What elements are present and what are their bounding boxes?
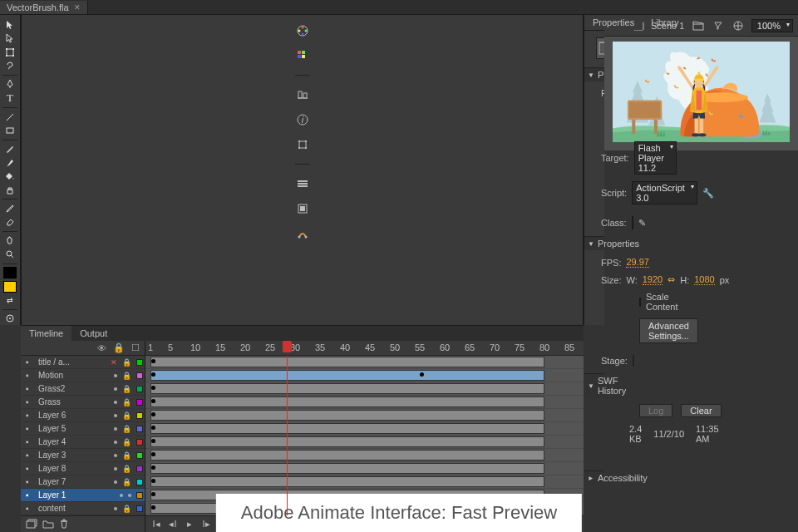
outline-toggle[interactable] (136, 386, 143, 392)
layer-row[interactable]: ▪Layer 3🔒 (21, 449, 145, 462)
width-value[interactable]: 1920 (643, 274, 663, 285)
visibility-toggle[interactable] (114, 414, 117, 417)
height-value[interactable]: 1080 (694, 274, 714, 285)
eraser-tool-icon[interactable] (2, 216, 18, 229)
new-folder-icon[interactable] (42, 519, 54, 530)
outline-toggle[interactable] (136, 399, 143, 406)
layer-row[interactable]: ▪Grass🔒 (21, 396, 145, 409)
layer-row[interactable]: ▪Layer 5🔒 (21, 422, 145, 436)
frame-row[interactable] (145, 409, 584, 422)
step-back-icon[interactable]: ◂I (167, 519, 179, 530)
scale-content-checkbox[interactable] (639, 298, 641, 307)
edit-scene-icon[interactable] (712, 19, 725, 32)
pencil-tool-icon[interactable] (2, 143, 18, 155)
outline-toggle[interactable] (136, 439, 143, 446)
frame-row[interactable] (145, 462, 584, 475)
layer-row[interactable]: ▪Layer 6🔒 (21, 409, 145, 422)
document-tab[interactable]: VectorBrush.fla ✕ (0, 1, 88, 14)
new-layer-icon[interactable] (26, 519, 37, 530)
play-icon[interactable]: ▸ (184, 519, 195, 530)
subselection-tool-icon[interactable] (2, 32, 18, 44)
wrench-icon[interactable]: 🔧 (702, 188, 714, 199)
outline-toggle[interactable] (136, 372, 143, 379)
swatches-panel-icon[interactable] (295, 48, 310, 63)
script-dropdown[interactable]: ActionScript 3.0 (632, 181, 697, 204)
align-panel-icon[interactable] (295, 87, 310, 102)
line-tool-icon[interactable] (2, 111, 18, 123)
eyedropper-tool-icon[interactable] (2, 202, 18, 214)
lock-toggle[interactable]: 🔒 (122, 438, 131, 446)
frame-row[interactable] (145, 356, 584, 369)
fps-value[interactable]: 29.97 (626, 257, 649, 268)
tab-output[interactable]: Output (71, 326, 116, 341)
snap-option-icon[interactable] (2, 313, 18, 325)
lasso-tool-icon[interactable] (2, 59, 18, 71)
frame-row[interactable] (145, 382, 584, 396)
frame-row[interactable] (145, 396, 584, 409)
visibility-toggle[interactable] (114, 454, 117, 457)
pencil-icon[interactable]: ✎ (638, 218, 646, 229)
free-transform-tool-icon[interactable] (2, 46, 18, 58)
outline-toggle[interactable] (136, 412, 143, 419)
close-icon[interactable]: ✕ (74, 3, 81, 12)
tab-properties[interactable]: Properties (584, 15, 643, 30)
outline-toggle[interactable] (136, 492, 143, 499)
lock-toggle[interactable]: 🔒 (122, 465, 131, 473)
frame-row[interactable] (145, 369, 584, 382)
outline-toggle[interactable] (136, 359, 143, 366)
step-forward-icon[interactable]: I▸ (200, 519, 212, 530)
class-input[interactable] (632, 216, 633, 229)
layer-row[interactable]: ▪title / a...✕🔒 (21, 356, 145, 369)
visibility-toggle[interactable] (114, 374, 117, 377)
lock-toggle[interactable]: 🔒 (122, 425, 131, 433)
properties-section-header[interactable]: ▼Properties (584, 236, 604, 250)
lock-toggle[interactable]: 🔒 (122, 478, 131, 486)
transform-panel-icon[interactable] (295, 137, 310, 152)
layer-row[interactable]: ▪Motion🔒 (21, 369, 145, 382)
lock-toggle[interactable]: 🔒 (122, 385, 131, 393)
info-panel-icon[interactable]: i (295, 112, 310, 127)
visibility-toggle[interactable] (114, 480, 117, 484)
lock-toggle[interactable]: 🔒 (122, 372, 131, 380)
link-dimensions-icon[interactable]: ⇔ (667, 274, 675, 285)
frame-row[interactable] (145, 475, 584, 489)
clapperboard-icon[interactable] (692, 19, 705, 32)
brush-tool-icon[interactable] (2, 156, 18, 169)
layer-row[interactable]: ▪Layer 4🔒 (21, 436, 145, 449)
visibility-toggle[interactable] (114, 427, 117, 431)
lock-column-icon[interactable]: 🔒 (113, 342, 125, 353)
tab-timeline[interactable]: Timeline (21, 326, 71, 341)
outline-toggle[interactable] (136, 505, 143, 512)
zoom-dropdown[interactable]: 100% (751, 19, 793, 32)
layer-row[interactable]: ▪Layer 8🔒 (21, 462, 145, 475)
lock-toggle[interactable] (128, 494, 131, 497)
fill-color-swatch[interactable] (2, 280, 18, 293)
publish-section-header[interactable]: ▼Publish (584, 67, 604, 81)
visibility-toggle[interactable] (114, 467, 117, 470)
swf-history-section-header[interactable]: ▼SWF History (584, 373, 604, 397)
color-panel-icon[interactable] (295, 23, 310, 38)
visibility-toggle[interactable] (114, 507, 117, 510)
playhead[interactable] (287, 356, 288, 515)
layer-row[interactable]: ▪Layer 7🔒 (21, 475, 145, 489)
layer-row[interactable]: ▪content🔒 (21, 502, 145, 515)
frame-row[interactable] (145, 422, 584, 436)
stage-color-swatch[interactable] (633, 355, 634, 367)
lock-toggle[interactable]: 🔒 (122, 398, 131, 406)
hidden-icon[interactable]: ✕ (111, 358, 117, 367)
accessibility-section-header[interactable]: ▼Accessibility (584, 470, 604, 485)
layer-row[interactable]: ▪Grass2🔒 (21, 382, 145, 396)
code-snippets-panel-icon[interactable] (295, 176, 310, 191)
target-dropdown[interactable]: Flash Player 11.2 (634, 141, 677, 175)
outline-toggle[interactable] (136, 452, 143, 459)
swap-colors-icon[interactable]: ⇄ (2, 293, 18, 306)
advanced-settings-button[interactable]: Advanced Settings... (639, 318, 698, 343)
ink-bottle-tool-icon[interactable] (2, 184, 18, 196)
zoom-tool-icon[interactable] (2, 248, 18, 260)
lock-toggle[interactable]: 🔒 (122, 358, 131, 367)
frames-area[interactable] (145, 356, 584, 515)
frame-row[interactable] (145, 436, 584, 449)
frame-ruler[interactable]: 1510152025303540455055606570758085909510… (145, 341, 584, 356)
lock-toggle[interactable]: 🔒 (122, 505, 131, 513)
components-panel-icon[interactable] (295, 201, 310, 216)
